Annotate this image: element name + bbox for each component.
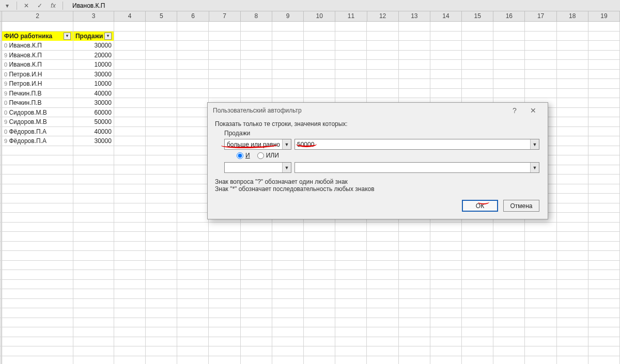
col-head[interactable]: 4 bbox=[114, 11, 146, 21]
chevron-down-icon[interactable]: ▼ bbox=[530, 139, 539, 149]
combo-text: больше или равно bbox=[225, 141, 282, 148]
col-head[interactable]: 19 bbox=[588, 11, 620, 21]
condition2-operator-combo[interactable]: ▼ bbox=[224, 162, 291, 173]
table-row[interactable] bbox=[0, 251, 620, 261]
col-head[interactable]: 16 bbox=[493, 11, 525, 21]
dropdown-icon[interactable]: ▾ bbox=[2, 1, 12, 10]
close-icon[interactable]: ✕ bbox=[524, 103, 542, 118]
col-head[interactable]: 12 bbox=[367, 11, 399, 21]
sales-cell[interactable]: 50000 bbox=[73, 117, 114, 127]
filter-dropdown-icon[interactable]: ▼ bbox=[104, 33, 112, 40]
sales-cell[interactable]: 10000 bbox=[73, 60, 114, 70]
col-head[interactable]: 18 bbox=[557, 11, 588, 21]
col-head[interactable]: 7 bbox=[209, 11, 241, 21]
table-row[interactable]: 0 Иванов.К.П10000 bbox=[0, 60, 620, 70]
accept-formula-icon[interactable]: ✓ bbox=[35, 1, 45, 10]
cancel-button[interactable]: Отмена bbox=[503, 200, 539, 212]
name-cell[interactable]: 0 Фёдоров.П.А bbox=[2, 127, 73, 137]
formula-bar: ▾ ✕ ✓ fx bbox=[0, 0, 620, 11]
table-row[interactable] bbox=[0, 232, 620, 242]
sales-cell[interactable]: 40000 bbox=[73, 89, 114, 99]
dialog-title: Пользовательский автофильтр bbox=[213, 107, 302, 114]
sales-cell[interactable]: 30000 bbox=[73, 41, 114, 51]
sales-cell[interactable]: 20000 bbox=[73, 51, 114, 60]
dialog-prompt: Показать только те строки, значения кото… bbox=[215, 120, 540, 128]
table-row[interactable] bbox=[0, 289, 620, 299]
table-row[interactable]: 9 Печкин.П.В40000 bbox=[0, 89, 620, 99]
table-row[interactable] bbox=[0, 356, 620, 365]
col-head[interactable]: 14 bbox=[430, 11, 462, 21]
table-row[interactable]: 0 Иванов.К.П30000 bbox=[0, 41, 620, 51]
hint-line: Знак вопроса "?" обозначает один любой з… bbox=[215, 178, 540, 185]
hint-line: Знак "*" обозначает последовательность л… bbox=[215, 185, 540, 193]
table-row[interactable]: 9 Иванов.К.П20000 bbox=[0, 51, 620, 60]
condition2-value-combo[interactable]: ▼ bbox=[295, 162, 539, 173]
col-head[interactable]: 3 bbox=[73, 11, 114, 21]
radio-and-input[interactable] bbox=[237, 152, 243, 159]
col-head[interactable]: 8 bbox=[241, 11, 272, 21]
table-row[interactable] bbox=[0, 280, 620, 290]
name-cell[interactable]: 9 Фёдоров.П.А bbox=[2, 136, 73, 146]
sales-cell[interactable]: 30000 bbox=[73, 70, 114, 80]
filter-dropdown-icon[interactable]: ▼ bbox=[64, 33, 71, 40]
chevron-down-icon[interactable]: ▼ bbox=[282, 139, 291, 149]
header-sales-cell[interactable]: Продажи▼ bbox=[73, 31, 114, 41]
col-head[interactable]: 2 bbox=[2, 11, 73, 21]
table-row[interactable] bbox=[0, 299, 620, 309]
header-name-cell[interactable]: ФИО работника▼ bbox=[2, 31, 73, 41]
combo-text: 50000 bbox=[295, 141, 530, 148]
cancel-formula-icon[interactable]: ✕ bbox=[21, 1, 32, 10]
table-row[interactable] bbox=[0, 308, 620, 318]
table-row[interactable] bbox=[0, 346, 620, 356]
dialog-titlebar[interactable]: Пользовательский автофильтр ? ✕ bbox=[208, 103, 548, 118]
table-row[interactable] bbox=[0, 327, 620, 337]
table-row[interactable] bbox=[0, 337, 620, 347]
col-head[interactable]: 6 bbox=[177, 11, 209, 21]
sales-cell[interactable]: 10000 bbox=[73, 79, 114, 89]
name-cell[interactable]: 9 Сидоров.М.В bbox=[2, 117, 73, 127]
fx-label[interactable]: fx bbox=[48, 1, 58, 10]
name-cell[interactable]: 9 Иванов.К.П bbox=[2, 51, 73, 60]
col-head[interactable]: 13 bbox=[399, 11, 430, 21]
col-head[interactable]: 17 bbox=[525, 11, 556, 21]
chevron-down-icon[interactable]: ▼ bbox=[282, 163, 291, 172]
table-row[interactable] bbox=[0, 318, 620, 328]
radio-or-input[interactable] bbox=[257, 152, 264, 159]
name-cell[interactable]: 0 Иванов.К.П bbox=[2, 41, 73, 51]
sales-cell[interactable]: 30000 bbox=[73, 136, 114, 146]
name-cell[interactable]: 0 Сидоров.М.В bbox=[2, 108, 73, 118]
table-row[interactable] bbox=[0, 22, 620, 31]
radio-or[interactable]: ИЛИ bbox=[257, 152, 279, 159]
name-cell[interactable]: 9 Печкин.П.В bbox=[2, 89, 73, 99]
name-cell[interactable]: 9 Петров.И.Н bbox=[2, 79, 73, 89]
help-icon[interactable]: ? bbox=[505, 103, 524, 118]
condition1-operator-combo[interactable]: больше или равно ▼ bbox=[224, 139, 291, 150]
formula-input[interactable] bbox=[67, 1, 620, 10]
chevron-down-icon[interactable]: ▼ bbox=[530, 163, 539, 172]
name-cell[interactable]: 0 Петров.И.Н bbox=[2, 70, 73, 80]
name-cell[interactable]: 0 Печкин.П.В bbox=[2, 98, 73, 108]
ok-button[interactable]: ОК bbox=[462, 200, 498, 212]
table-row[interactable]: 0 Петров.И.Н30000 bbox=[0, 70, 620, 80]
col-head[interactable]: 9 bbox=[272, 11, 304, 21]
col-head[interactable]: 11 bbox=[335, 11, 367, 21]
table-row[interactable] bbox=[0, 270, 620, 280]
condition1-value-combo[interactable]: 50000 ▼ bbox=[295, 139, 539, 150]
sales-cell[interactable]: 30000 bbox=[73, 98, 114, 108]
column-header-row: 2 3 4 5 6 7 8 9 10 11 12 13 14 15 16 17 … bbox=[0, 11, 620, 22]
col-head[interactable]: 10 bbox=[304, 11, 335, 21]
table-row[interactable] bbox=[0, 261, 620, 271]
table-row[interactable]: 9 Петров.И.Н10000 bbox=[0, 79, 620, 89]
name-cell[interactable]: 0 Иванов.К.П bbox=[2, 60, 73, 70]
table-header-row[interactable]: ФИО работника▼Продажи▼ bbox=[0, 31, 620, 41]
sales-cell[interactable]: 60000 bbox=[73, 108, 114, 118]
sales-cell[interactable]: 40000 bbox=[73, 127, 114, 137]
radio-and[interactable]: И bbox=[237, 152, 250, 159]
table-row[interactable] bbox=[0, 242, 620, 251]
dialog-field-label: Продажи bbox=[215, 130, 540, 137]
custom-autofilter-dialog: Пользовательский автофильтр ? ✕ Показать… bbox=[207, 102, 548, 219]
col-head[interactable]: 15 bbox=[462, 11, 493, 21]
col-head[interactable]: 5 bbox=[146, 11, 177, 21]
table-row[interactable] bbox=[0, 223, 620, 232]
